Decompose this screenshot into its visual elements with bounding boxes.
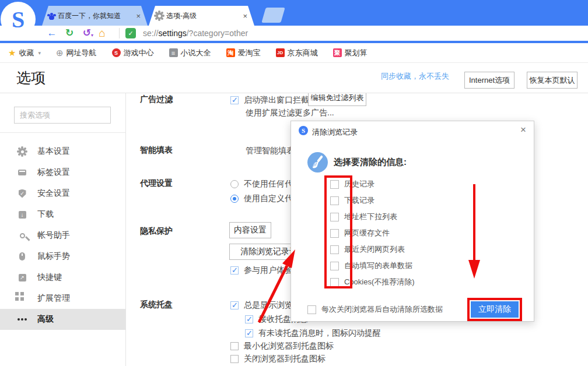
checkbox-label: Cookies(不推荐清除)	[344, 277, 415, 287]
sidebar-item-shortcuts[interactable]: ↗ 快捷键	[0, 267, 126, 288]
chevron-down-icon: ▾	[38, 50, 41, 56]
checkbox-label: 下载记录	[344, 195, 374, 206]
refresh-icon[interactable]: ↻	[61, 26, 78, 40]
sync-favorites-link[interactable]: 同步收藏，永不丢失	[381, 71, 449, 82]
bookmark-taobao[interactable]: 淘 爱淘宝	[226, 48, 261, 58]
bookmark-label: 聚划算	[345, 48, 368, 58]
clear-history-dialog: S 清除浏览记录 × 选择要清除的信息: 历史记录 下载记录 地址栏下拉列表 网…	[290, 121, 534, 322]
dialog-item-recent-closed: 最近关闭网页列表	[330, 245, 405, 254]
internet-options-button[interactable]: Internet选项	[464, 72, 514, 89]
section-label-privacy: 隐私保护	[140, 226, 173, 237]
checkbox-label: 历史记录	[344, 179, 374, 189]
checkbox-address-dropdown[interactable]	[330, 213, 339, 221]
broom-icon	[307, 152, 328, 173]
extensions-grid-icon	[15, 292, 19, 295]
radio-custom-proxy[interactable]	[230, 195, 239, 203]
sidebar-item-extensions[interactable]: 扩展管理	[0, 288, 126, 309]
dialog-item-form-data: 自动填写的表单数据	[330, 261, 412, 270]
close-icon[interactable]: ×	[520, 124, 526, 136]
auto-clear-row: 每次关闭浏览器后自动清除所选数据	[307, 305, 443, 314]
divider	[0, 132, 126, 133]
checkbox-cache[interactable]	[330, 229, 339, 238]
tab-settings-icon	[18, 170, 26, 175]
browser-window: 百度一下，你就知道 × 选项-高级 × S ← ↻ ↺ ▾ ⌂ ✓ se://s…	[0, 0, 588, 366]
address-bar[interactable]: se://settings/?category=other	[143, 29, 248, 38]
bookmark-label: 游戏中心	[124, 48, 154, 58]
checkbox-form-data[interactable]	[330, 262, 339, 270]
checkbox-cookies[interactable]	[330, 278, 339, 287]
sidebar-item-security[interactable]: ✓ 安全设置	[0, 183, 126, 204]
tab-close-icon[interactable]: ×	[135, 12, 142, 20]
sidebar-item-tabs[interactable]: 标签设置	[0, 162, 126, 183]
restore-defaults-button[interactable]: 恢复本页默认	[527, 72, 578, 89]
baidu-paw-icon	[49, 15, 54, 20]
new-tab-button[interactable]	[261, 8, 285, 23]
checkbox-label: 最近关闭网页列表	[344, 244, 405, 255]
extension-filter-link[interactable]: 使用扩展过滤更多广告...	[246, 107, 334, 119]
section-label-tray: 系统托盘	[140, 300, 173, 310]
checkbox-label: 有未读托盘消息时，图标闪动提醒	[258, 328, 381, 339]
dialog-item-history: 历史记录	[330, 180, 374, 189]
url-path: /?category=other	[187, 29, 248, 38]
star-icon: ★	[8, 48, 16, 58]
mouse-icon	[19, 252, 25, 261]
home-icon[interactable]: ⌂	[93, 26, 111, 40]
checkbox-popup-block[interactable]	[230, 96, 239, 104]
sidebar-item-advanced[interactable]: 高级	[0, 309, 126, 330]
bookmark-label: 爱淘宝	[238, 48, 261, 58]
bookmark-juhuasuan[interactable]: 聚 聚划算	[333, 48, 368, 58]
juhuasuan-icon: 聚	[333, 48, 342, 57]
bookmarks-bar: ★ 收藏 ▾ ⊕ 网址导航 S 游戏中心 ≡ 小说大全 淘 爱淘宝 JD 京东商…	[0, 43, 588, 63]
checkbox-label: 最小化浏览器到托盘图标	[244, 341, 334, 351]
back-icon[interactable]: ←	[43, 26, 61, 40]
bookmark-jd[interactable]: JD 京东商城	[276, 48, 318, 58]
sidebar-item-label: 安全设置	[37, 188, 70, 199]
tab-bar: 百度一下，你就知道 × 选项-高级 ×	[0, 0, 588, 26]
popup-block-row: 启动弹出窗口拦截	[230, 94, 309, 106]
sogou-dialog-icon: S	[299, 126, 308, 135]
tray-minimize-row: 最小化浏览器到托盘图标	[230, 340, 334, 352]
checkbox-auto-clear[interactable]	[307, 305, 316, 314]
content-settings-button[interactable]: 内容设置	[229, 222, 271, 238]
bookmark-label: 小说大全	[181, 48, 211, 58]
download-icon: ↓	[19, 211, 26, 219]
favorites-menu[interactable]: ★ 收藏 ▾	[8, 48, 41, 58]
checkbox-minimize-to-tray[interactable]	[230, 342, 239, 350]
section-label-smart-form: 智能填表	[140, 145, 173, 156]
checkbox-history[interactable]	[330, 180, 339, 189]
clear-now-button[interactable]: 立即清除	[471, 301, 519, 318]
tab-baidu[interactable]: 百度一下，你就知道 ×	[42, 6, 148, 26]
bookmark-game-center[interactable]: S 游戏中心	[112, 48, 154, 58]
sidebar-item-download[interactable]: ↓ 下载	[0, 204, 126, 225]
tab-settings[interactable]: 选项-高级 ×	[149, 6, 254, 26]
dialog-item-cache: 网页缓存文件	[330, 228, 390, 238]
edit-whitelist-button[interactable]: 编辑免过滤列表	[308, 93, 366, 106]
toolbar-separator	[119, 28, 120, 38]
sidebar-item-mouse-gesture[interactable]: 鼠标手势	[0, 246, 126, 267]
globe-icon: ⊕	[56, 48, 64, 57]
security-shield-icon[interactable]: ✓	[125, 28, 136, 38]
dialog-title: 清除浏览记录	[312, 127, 358, 138]
manage-smart-form-link[interactable]: 管理智能填表	[246, 145, 295, 157]
search-input[interactable]	[14, 107, 111, 124]
radio-no-proxy[interactable]	[230, 180, 239, 188]
checkbox-recent-closed[interactable]	[330, 245, 339, 254]
checkbox-download-history[interactable]	[330, 196, 339, 205]
checkbox-close-to-tray[interactable]	[230, 355, 239, 363]
bookmark-novels[interactable]: ≡ 小说大全	[169, 48, 211, 58]
favorites-label: 收藏	[19, 48, 34, 58]
sidebar-item-basic[interactable]: 基本设置	[0, 141, 126, 162]
gear-icon	[156, 12, 163, 19]
checkbox-receive-messages[interactable]	[245, 315, 253, 323]
tab-title: 选项-高级	[166, 11, 238, 21]
bookmark-label: 京东商城	[288, 48, 318, 58]
checkbox-always-show-tray[interactable]	[230, 301, 239, 309]
sidebar-item-account[interactable]: 帐号助手	[0, 225, 126, 246]
checkbox-ux-improvement[interactable]	[230, 266, 239, 274]
tab-close-icon[interactable]: ×	[242, 12, 249, 20]
tray-unread-row: 有未读托盘消息时，图标闪动提醒	[245, 328, 381, 339]
checkbox-unread-flash[interactable]	[245, 329, 253, 337]
bookmark-site-nav[interactable]: ⊕ 网址导航	[56, 48, 97, 58]
dialog-prompt: 选择要清除的信息:	[334, 157, 407, 168]
sidebar-menu: 基本设置 标签设置 ✓ 安全设置 ↓ 下载 帐号助手 鼠标手势	[0, 141, 126, 330]
